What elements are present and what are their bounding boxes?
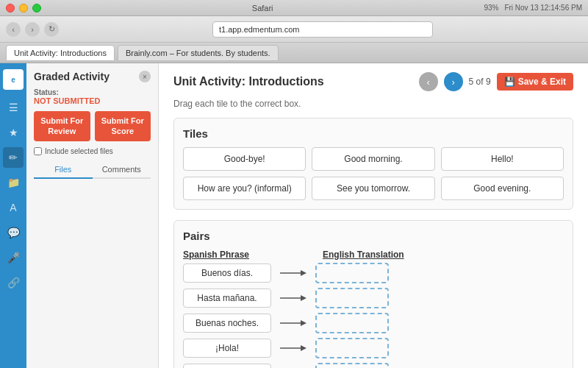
include-files-checkbox[interactable] xyxy=(34,147,42,155)
english-drop-target[interactable] xyxy=(315,338,389,358)
pair-arrow xyxy=(277,318,309,328)
pair-row: ¿Cómo estás? xyxy=(183,363,564,368)
pair-row: Hasta mañana. xyxy=(183,288,564,308)
content-header: Unit Activity: Introductions ‹ › 5 of 9 … xyxy=(173,72,573,91)
panel-title: Graded Activity xyxy=(34,71,110,82)
svg-marker-7 xyxy=(301,345,306,351)
pair-arrow xyxy=(277,293,309,303)
spanish-phrase: Buenas noches. xyxy=(183,314,271,333)
tab-label: Brainly.com – For students. By students. xyxy=(126,49,270,57)
pair-row: Buenas noches. xyxy=(183,313,564,333)
save-exit-btn[interactable]: 💾 Save & Exit xyxy=(497,73,573,91)
sidebar-item-edit[interactable]: ✏ xyxy=(3,147,24,168)
english-drop-target[interactable] xyxy=(315,313,389,333)
activity-title: Unit Activity: Introductions xyxy=(173,75,324,88)
minimize-window-btn[interactable] xyxy=(19,4,28,13)
prev-page-btn[interactable]: ‹ xyxy=(419,72,438,91)
pair-row: ¡Hola! xyxy=(183,338,564,358)
close-window-btn[interactable] xyxy=(6,4,15,13)
system-info: 93% Fri Nov 13 12:14:56 PM xyxy=(484,4,582,12)
page-count: 5 of 9 xyxy=(469,77,491,87)
spanish-phrase: Hasta mañana. xyxy=(183,289,271,308)
svg-marker-5 xyxy=(301,320,306,326)
browser-refresh-btn[interactable]: ↻ xyxy=(44,22,59,37)
english-drop-target[interactable] xyxy=(315,363,389,368)
tiles-section-title: Tiles xyxy=(183,127,564,140)
graded-activity-panel: Graded Activity × Status: NOT SUBMITTED … xyxy=(26,63,159,368)
status-value: NOT SUBMITTED xyxy=(34,96,151,105)
tile-item[interactable]: Good morning. xyxy=(312,147,434,171)
pairs-section-title: Pairs xyxy=(183,230,564,242)
browser-back-btn[interactable]: ‹ xyxy=(6,22,21,37)
submit-for-score-btn[interactable]: Submit For Score xyxy=(95,111,151,141)
battery-indicator: 93% xyxy=(484,4,498,12)
clock: Fri Nov 13 12:14:56 PM xyxy=(504,4,582,12)
tab-comments-btn[interactable]: Comments xyxy=(93,161,151,177)
address-bar[interactable]: t1.app.edmentum.com xyxy=(212,21,433,38)
pairs-section: Pairs Spanish Phrase English Translation… xyxy=(173,220,573,368)
instruction-text: Drag each tile to the correct box. xyxy=(173,99,573,109)
svg-marker-3 xyxy=(301,295,306,301)
sidebar-item-star[interactable]: ★ xyxy=(3,122,24,143)
submit-buttons: Submit For Review Submit For Score xyxy=(34,111,151,141)
pair-arrow xyxy=(277,268,309,278)
edmentum-logo: e xyxy=(3,69,24,90)
header-nav: ‹ › 5 of 9 💾 Save & Exit xyxy=(419,72,573,91)
spanish-phrase: ¿Cómo estás? xyxy=(183,364,271,368)
svg-marker-1 xyxy=(301,270,306,276)
spanish-phrase: Buenos días. xyxy=(183,263,271,283)
status-section: Status: NOT SUBMITTED xyxy=(34,88,151,105)
english-drop-target[interactable] xyxy=(315,288,389,308)
app-body: e ☰ ★ ✏ 📁 A 💬 🎤 🔗 Graded Activity × Stat… xyxy=(0,63,588,368)
tile-item[interactable]: Good-bye! xyxy=(183,147,306,171)
panel-header: Graded Activity × xyxy=(34,71,151,82)
close-panel-btn[interactable]: × xyxy=(139,71,151,82)
pair-row: Buenos días. xyxy=(183,263,564,283)
pairs-header: Spanish Phrase English Translation xyxy=(183,250,564,260)
tiles-section: Tiles Good-bye! Good morning. Hello! How… xyxy=(173,118,573,210)
english-drop-target[interactable] xyxy=(315,263,389,283)
browser-forward-btn[interactable]: › xyxy=(25,22,40,37)
save-exit-label: Save & Exit xyxy=(518,77,566,87)
sidebar-item-mic[interactable]: 🎤 xyxy=(3,247,24,268)
sidebar-item-phone[interactable]: 🔗 xyxy=(3,272,24,293)
tab-unit-activity[interactable]: Unit Activity: Introductions xyxy=(6,45,115,61)
col-spanish-label: Spanish Phrase xyxy=(183,250,279,260)
tab-files-btn[interactable]: Files xyxy=(34,161,93,179)
status-label: Status: xyxy=(34,88,151,96)
next-page-btn[interactable]: › xyxy=(444,72,463,91)
browser-title: Safari xyxy=(46,4,479,13)
maximize-window-btn[interactable] xyxy=(32,4,41,13)
icon-sidebar: e ☰ ★ ✏ 📁 A 💬 🎤 🔗 xyxy=(0,63,26,368)
sidebar-item-chat[interactable]: 💬 xyxy=(3,222,24,243)
browser-chrome: ‹ › ↻ t1.app.edmentum.com xyxy=(0,16,588,43)
sidebar-item-text[interactable]: A xyxy=(3,197,24,218)
spanish-phrase: ¡Hola! xyxy=(183,339,271,358)
title-bar: Safari 93% Fri Nov 13 12:14:56 PM xyxy=(0,0,588,16)
pair-arrow xyxy=(277,343,309,353)
main-content: Unit Activity: Introductions ‹ › 5 of 9 … xyxy=(159,63,588,368)
tile-item[interactable]: See you tomorrow. xyxy=(312,177,434,200)
sidebar-item-menu[interactable]: ☰ xyxy=(3,97,24,118)
floppy-icon: 💾 xyxy=(504,77,515,87)
tab-brainly[interactable]: Brainly.com – For students. By students. xyxy=(118,45,279,61)
submit-for-review-btn[interactable]: Submit For Review xyxy=(34,111,90,141)
tiles-grid: Good-bye! Good morning. Hello! How are y… xyxy=(183,147,564,200)
sidebar-item-folder[interactable]: 📁 xyxy=(3,172,24,193)
pairs-grid: Buenos días. Hasta mañana. Buenas noches… xyxy=(183,263,564,368)
tile-item[interactable]: How are you? (informal) xyxy=(183,177,306,200)
include-files-checkbox-row: Include selected files xyxy=(34,147,151,155)
include-files-label: Include selected files xyxy=(45,147,113,155)
col-english-label: English Translation xyxy=(323,250,404,260)
tile-item[interactable]: Hello! xyxy=(441,147,564,171)
panel-tabs: Files Comments xyxy=(34,161,151,179)
tile-item[interactable]: Good evening. xyxy=(441,177,564,200)
tab-bar: Unit Activity: Introductions Brainly.com… xyxy=(0,43,588,63)
url-text: t1.app.edmentum.com xyxy=(219,25,299,34)
tab-label: Unit Activity: Introductions xyxy=(14,49,107,57)
